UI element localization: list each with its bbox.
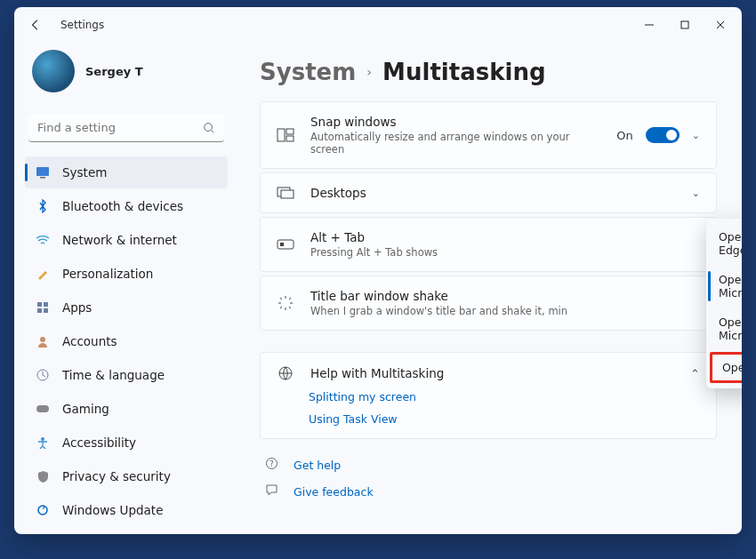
update-icon [36, 503, 50, 517]
maximize-button[interactable] [667, 11, 703, 39]
svg-rect-19 [280, 243, 284, 246]
back-button[interactable] [25, 14, 46, 36]
maximize-icon [680, 20, 689, 29]
user-name: Sergey T [85, 65, 143, 78]
arrow-left-icon [29, 19, 42, 31]
row-subtitle: Automatically resize and arrange windows… [310, 131, 600, 156]
dropdown-option-selected[interactable]: Open windows and 5 most recent tabs in M… [706, 265, 742, 307]
display-icon [36, 165, 50, 180]
nav-privacy[interactable]: Privacy & security [25, 460, 228, 492]
avatar [32, 50, 75, 92]
dropdown-option[interactable]: Open windows and 3 most recent tabs in M… [706, 307, 742, 350]
titlebar: Settings [14, 7, 742, 43]
gamepad-icon [36, 402, 50, 416]
chevron-up-icon[interactable]: ⌃ [690, 367, 700, 380]
get-help-link[interactable]: ? Get help [260, 451, 717, 478]
nav-label: Time & language [62, 368, 165, 382]
link-label: Get help [294, 459, 341, 472]
nav-label: Gaming [62, 402, 109, 416]
row-desktops[interactable]: Desktops ⌄ [260, 172, 717, 213]
breadcrumb-parent[interactable]: System [260, 59, 356, 85]
clock-icon [36, 368, 50, 382]
svg-rect-7 [44, 308, 48, 313]
search-input[interactable] [28, 114, 224, 142]
apps-icon [36, 300, 50, 315]
nav-time[interactable]: Time & language [25, 359, 228, 391]
row-title: Alt + Tab [310, 230, 700, 244]
nav-network[interactable]: Network & internet [25, 224, 228, 256]
nav-update[interactable]: Windows Update [25, 494, 228, 526]
nav-label: Apps [62, 300, 92, 315]
svg-rect-2 [36, 167, 49, 176]
feedback-icon [265, 483, 281, 499]
dropdown-option-highlighted[interactable]: Open windows only [710, 352, 742, 383]
search-field [28, 114, 224, 142]
window-controls [631, 11, 738, 39]
svg-text:?: ? [269, 459, 274, 468]
help-card: Help with Multitasking ⌃ Splitting my sc… [260, 352, 717, 439]
svg-point-12 [38, 506, 47, 515]
snap-toggle[interactable] [646, 127, 680, 143]
close-button[interactable] [703, 11, 738, 39]
user-block[interactable]: Sergey T [25, 43, 228, 107]
nav-accounts[interactable]: Accounts [25, 325, 228, 357]
nav-apps[interactable]: Apps [25, 291, 228, 323]
alt-tab-dropdown: Open windows and all tabs in Microsoft E… [706, 219, 742, 388]
chevron-down-icon[interactable]: ⌄ [692, 130, 700, 141]
svg-rect-4 [37, 302, 42, 307]
help-title: Help with Multitasking [310, 366, 444, 380]
dropdown-option[interactable]: Open windows and all tabs in Microsoft E… [706, 222, 742, 265]
breadcrumb: System › Multitasking [260, 59, 717, 85]
help-link-taskview[interactable]: Using Task View [309, 412, 700, 426]
sidebar: Sergey T System Bluetooth & devices Netw… [14, 43, 235, 534]
row-snap-windows[interactable]: Snap windows Automatically resize and ar… [260, 101, 717, 169]
svg-rect-15 [286, 136, 294, 141]
row-title: Snap windows [310, 115, 600, 129]
wifi-icon [36, 233, 50, 247]
globe-icon [277, 365, 294, 381]
svg-rect-0 [681, 21, 688, 28]
chevron-down-icon[interactable]: ⌄ [692, 188, 700, 199]
toggle-state-label: On [616, 129, 632, 142]
nav-accessibility[interactable]: Accessibility [25, 427, 228, 459]
row-subtitle: Pressing Alt + Tab shows [310, 246, 700, 259]
nav-bluetooth[interactable]: Bluetooth & devices [25, 190, 228, 222]
give-feedback-link[interactable]: Give feedback [260, 478, 717, 505]
content-area: System › Multitasking Snap windows Autom… [235, 43, 742, 534]
shield-icon [36, 469, 50, 483]
minimize-button[interactable] [631, 11, 667, 39]
nav-system[interactable]: System [25, 156, 228, 188]
svg-rect-6 [37, 308, 42, 313]
row-title: Title bar window shake [310, 289, 700, 303]
alt-tab-icon [277, 239, 294, 250]
svg-point-1 [205, 124, 213, 132]
row-alt-tab[interactable]: Alt + Tab Pressing Alt + Tab shows [260, 217, 717, 272]
nav-label: Network & internet [62, 233, 177, 247]
help-link-split[interactable]: Splitting my screen [309, 390, 700, 403]
window-title: Settings [60, 19, 104, 31]
brush-icon [36, 267, 50, 281]
snap-icon [277, 128, 294, 142]
nav-label: Bluetooth & devices [62, 199, 183, 213]
svg-rect-13 [277, 129, 285, 141]
help-icon: ? [265, 457, 281, 473]
nav-gaming[interactable]: Gaming [25, 393, 228, 425]
nav-label: Accessibility [62, 435, 136, 450]
page-title: Multitasking [382, 59, 545, 85]
svg-point-11 [41, 437, 44, 441]
minimize-icon [645, 20, 654, 29]
nav-label: Accounts [62, 334, 117, 348]
svg-rect-14 [286, 129, 294, 134]
row-subtitle: When I grab a window's title bar and sha… [310, 305, 700, 317]
nav-personalization[interactable]: Personalization [25, 258, 228, 290]
chevron-right-icon: › [366, 65, 372, 79]
close-icon [716, 20, 725, 29]
row-title: Desktops [310, 186, 676, 200]
link-label: Give feedback [294, 485, 374, 499]
settings-window: Settings Sergey T System Bluetooth & dev… [14, 7, 742, 534]
svg-rect-10 [36, 405, 49, 412]
nav-label: System [62, 165, 107, 180]
nav-list: System Bluetooth & devices Network & int… [25, 156, 228, 526]
row-title-bar-shake[interactable]: Title bar window shake When I grab a win… [260, 276, 717, 331]
svg-rect-3 [40, 177, 45, 179]
